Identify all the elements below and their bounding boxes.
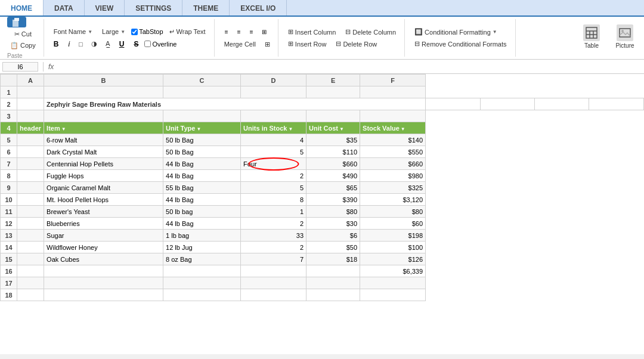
align-left-button[interactable]: ≡: [221, 27, 233, 38]
cell-12-5[interactable]: $60: [360, 218, 426, 230]
align-justify-button[interactable]: ⊞: [258, 27, 270, 38]
cell-3-2[interactable]: [163, 110, 241, 122]
cell-4-1[interactable]: Item▼: [44, 122, 163, 134]
cell-2-3[interactable]: [480, 98, 534, 110]
align-center-button[interactable]: ≡: [233, 27, 245, 38]
cell-reference-input[interactable]: [2, 62, 38, 72]
cell-4-3[interactable]: Units in Stock▼: [241, 122, 306, 134]
cell-7-0[interactable]: [17, 158, 44, 170]
cell-18-1[interactable]: [44, 289, 163, 301]
row-header-16[interactable]: 16: [1, 265, 17, 277]
cell-10-4[interactable]: $390: [306, 194, 360, 206]
cell-14-2[interactable]: 12 lb Jug: [163, 242, 241, 253]
cell-7-3[interactable]: Four: [241, 158, 306, 170]
color1-button[interactable]: ◑: [88, 39, 100, 49]
cell-14-5[interactable]: $100: [360, 242, 426, 253]
tab-view[interactable]: VIEW: [85, 0, 125, 16]
cell-7-4[interactable]: $660: [306, 158, 360, 170]
cell-11-3[interactable]: 1: [241, 206, 306, 218]
cell-4-0[interactable]: header: [17, 122, 44, 134]
paste-icon-large[interactable]: [7, 17, 26, 27]
col-header-F[interactable]: F: [360, 75, 426, 86]
row-header-4[interactable]: 4: [1, 122, 17, 134]
row-header-8[interactable]: 8: [1, 170, 17, 182]
underline-button[interactable]: U: [116, 39, 128, 49]
cell-13-2[interactable]: 1 lb bag: [163, 230, 241, 242]
row-header-5[interactable]: 5: [1, 134, 17, 146]
row-header-18[interactable]: 18: [1, 289, 17, 301]
cell-17-3[interactable]: [241, 277, 306, 289]
insert-column-button[interactable]: ⊞ Insert Column: [284, 27, 339, 37]
cell-4-2[interactable]: Unit Type▼: [163, 122, 241, 134]
strikethrough-button[interactable]: S: [130, 39, 142, 49]
cell-8-3[interactable]: 2: [241, 170, 306, 182]
cell-5-4[interactable]: $35: [306, 134, 360, 146]
filter-arrow[interactable]: ▼: [288, 126, 293, 132]
filter-arrow[interactable]: ▼: [339, 126, 344, 132]
cell-12-0[interactable]: [17, 218, 44, 230]
cell-1-0[interactable]: [17, 86, 44, 98]
cell-16-3[interactable]: [241, 265, 306, 277]
cell-17-4[interactable]: [306, 277, 360, 289]
cell-17-0[interactable]: [17, 277, 44, 289]
filter-arrow[interactable]: ▼: [61, 126, 66, 132]
cell-15-5[interactable]: $126: [360, 253, 426, 265]
insert-row-button[interactable]: ⊞ Insert Row: [284, 39, 330, 49]
cell-3-4[interactable]: [306, 110, 360, 122]
cell-6-2[interactable]: 50 lb Bag: [163, 146, 241, 158]
remove-conditional-button[interactable]: ⊟ Remove Conditional Formats: [411, 39, 510, 49]
cell-9-2[interactable]: 55 lb Bag: [163, 182, 241, 194]
cell-18-0[interactable]: [17, 289, 44, 301]
cell-15-1[interactable]: Oak Cubes: [44, 253, 163, 265]
tab-home[interactable]: HOME: [0, 0, 44, 16]
row-header-11[interactable]: 11: [1, 206, 17, 218]
cell-9-1[interactable]: Organic Caramel Malt: [44, 182, 163, 194]
row-header-13[interactable]: 13: [1, 230, 17, 242]
cell-2-5[interactable]: [589, 98, 644, 110]
merge-cell-button[interactable]: Merge Cell: [221, 39, 259, 49]
cell-8-1[interactable]: Fuggle Hops: [44, 170, 163, 182]
italic-button[interactable]: i: [64, 39, 73, 49]
filter-arrow[interactable]: ▼: [196, 126, 201, 132]
cell-10-3[interactable]: 8: [241, 194, 306, 206]
picture-button[interactable]: Picture: [611, 19, 639, 54]
cell-17-5[interactable]: [360, 277, 426, 289]
cell-10-1[interactable]: Mt. Hood Pellet Hops: [44, 194, 163, 206]
col-header-A[interactable]: A: [17, 75, 44, 86]
tab-theme[interactable]: THEME: [182, 0, 230, 16]
cell-6-3[interactable]: 5: [241, 146, 306, 158]
cell-11-2[interactable]: 50 lb bag: [163, 206, 241, 218]
cell-17-2[interactable]: [163, 277, 241, 289]
row-header-15[interactable]: 15: [1, 253, 17, 265]
cut-button[interactable]: ✂ Cut: [7, 29, 39, 39]
cell-8-4[interactable]: $490: [306, 170, 360, 182]
row-header-10[interactable]: 10: [1, 194, 17, 206]
row-header-12[interactable]: 12: [1, 218, 17, 230]
cell-15-2[interactable]: 8 oz Bag: [163, 253, 241, 265]
row-header-7[interactable]: 7: [1, 158, 17, 170]
box-button[interactable]: □: [76, 39, 86, 49]
cell-2-0[interactable]: [17, 98, 44, 110]
bold-button[interactable]: B: [50, 39, 63, 49]
row-header-6[interactable]: 6: [1, 146, 17, 158]
cell-5-3[interactable]: 4: [241, 134, 306, 146]
cell-1-2[interactable]: [163, 86, 241, 98]
cell-1-1[interactable]: [44, 86, 163, 98]
cell-14-0[interactable]: [17, 242, 44, 253]
col-header-C[interactable]: C: [163, 75, 241, 86]
conditional-formatting-button[interactable]: 🔲 Conditional Formatting ▼: [411, 27, 501, 37]
cell-12-4[interactable]: $30: [306, 218, 360, 230]
cell-18-3[interactable]: [241, 289, 306, 301]
cell-3-3[interactable]: [241, 110, 306, 122]
cell-3-5[interactable]: [360, 110, 426, 122]
cell-7-2[interactable]: 44 lb Bag: [163, 158, 241, 170]
cell-5-5[interactable]: $140: [360, 134, 426, 146]
cell-7-5[interactable]: $660: [360, 158, 426, 170]
row-header-14[interactable]: 14: [1, 242, 17, 253]
cell-9-0[interactable]: [17, 182, 44, 194]
cell-8-0[interactable]: [17, 170, 44, 182]
row-header-17[interactable]: 17: [1, 277, 17, 289]
cell-13-4[interactable]: $6: [306, 230, 360, 242]
cell-10-5[interactable]: $3,120: [360, 194, 426, 206]
cell-13-5[interactable]: $198: [360, 230, 426, 242]
